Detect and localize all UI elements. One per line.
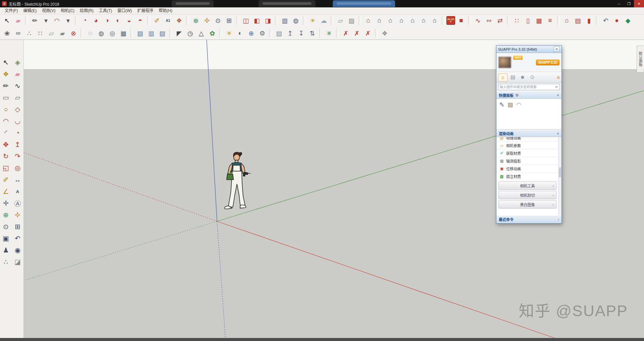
flip-left-icon[interactable]: ▱ xyxy=(46,28,56,38)
lts-look-around-tool[interactable]: ◉ xyxy=(12,245,23,255)
lts-select-tool[interactable]: ↖ xyxy=(1,57,11,68)
lts-line-tool[interactable]: ✏ xyxy=(1,80,11,91)
styles-button[interactable]: ◍ xyxy=(291,15,301,25)
lts-pan-tool[interactable]: ✜ xyxy=(12,210,23,220)
layer-swap-icon[interactable]: ⇅ xyxy=(307,28,317,38)
component-array-icon[interactable]: ∷ xyxy=(35,28,45,38)
lts-two-point-arc-tool[interactable]: ◡ xyxy=(12,116,23,126)
view-iso-button[interactable]: ⌂ xyxy=(363,15,373,25)
view-front-button[interactable]: ⌂ xyxy=(385,15,395,25)
suapp-plugins-tab[interactable]: ▤ xyxy=(508,73,517,81)
line-tool-dropdown[interactable]: ▾ xyxy=(41,15,51,25)
geo-location-icon[interactable]: ⊕ xyxy=(246,28,256,38)
paint-all-tool[interactable]: ❖ xyxy=(380,28,390,38)
shape-bender-tool[interactable]: ◎ xyxy=(107,28,117,38)
lts-eraser-tool[interactable]: ▰ xyxy=(12,69,23,79)
menu-item-8[interactable]: 帮助(H) xyxy=(156,7,175,14)
gear-icon[interactable]: ⚙ xyxy=(515,93,519,98)
lts-make-component-tool[interactable]: ◈ xyxy=(12,57,23,68)
grass-tool[interactable]: ✳ xyxy=(324,28,334,38)
menu-item-6[interactable]: 窗口(W) xyxy=(115,7,135,14)
close-button[interactable]: ✕ xyxy=(634,0,644,7)
suapp-toolbar-button[interactable]: SU APP xyxy=(446,16,455,25)
lts-zoom-window-tool[interactable]: ⊞ xyxy=(12,221,23,232)
lts-circle-tool[interactable]: ○ xyxy=(1,104,11,115)
quick-wood-plugin-icon[interactable]: ▤ xyxy=(507,101,513,108)
lts-scale-tool[interactable]: ◱ xyxy=(1,163,11,173)
lts-previous-view-tool[interactable]: ↶ xyxy=(12,233,23,244)
lts-zoom-extents-tool[interactable]: ▣ xyxy=(1,233,11,244)
menu-item-7[interactable]: 扩展程序 xyxy=(135,7,156,14)
sandbox-smoove-tool[interactable]: ▨ xyxy=(346,15,357,25)
plugin-wall-tool[interactable]: ▤ xyxy=(573,15,583,25)
view-bottom-button[interactable]: ⌂ xyxy=(430,15,440,25)
lts-offset-tool[interactable]: ◎ xyxy=(12,163,23,173)
lts-zoom-tool[interactable]: ⊙ xyxy=(1,221,11,232)
suapp-user-tab[interactable]: ☻ xyxy=(518,73,527,81)
solid-trim-tool[interactable]: ◐ xyxy=(113,15,123,25)
fog-toggle[interactable]: ☁ xyxy=(319,15,329,25)
lts-rotated-rectangle-tool[interactable]: ▱ xyxy=(12,92,23,103)
component-sketch-icon[interactable]: ❀ xyxy=(2,28,12,38)
menu-item-5[interactable]: 工具(T) xyxy=(96,7,115,14)
scrollbar-thumb[interactable] xyxy=(559,167,561,177)
axis-lock-z[interactable]: ✗ xyxy=(363,28,373,38)
axis-lock-y[interactable]: ✗ xyxy=(352,28,362,38)
lts-axes-tool[interactable]: ✛ xyxy=(1,198,11,209)
view-right-button[interactable]: ⌂ xyxy=(396,15,407,25)
plugin-door-tool[interactable]: ▯ xyxy=(523,15,533,25)
plugin-render-button[interactable]: ● xyxy=(612,15,622,25)
solid-split-tool[interactable]: ◓ xyxy=(135,15,145,25)
default-tray-tab[interactable]: 默认面板 xyxy=(637,46,644,72)
zoom-window-tool[interactable]: ⊞ xyxy=(224,15,234,25)
stop-icon[interactable]: ⊗ xyxy=(68,28,78,38)
orbit-tool[interactable]: ⊕ xyxy=(191,15,201,25)
component-pair-icon[interactable]: ∞ xyxy=(13,28,23,38)
suapp-home-tab[interactable]: ⌂ xyxy=(498,73,507,81)
plugin-roof-tool[interactable]: ⌂ xyxy=(562,15,572,25)
camera-tools-group-button[interactable]: 相机工具› xyxy=(498,181,556,190)
undo-button[interactable]: ↶ xyxy=(601,15,611,25)
lts-three-point-arc-tool[interactable]: ◜ xyxy=(1,127,11,138)
arc-tool-dropdown[interactable]: ▾ xyxy=(63,15,73,25)
plugin-export-button[interactable]: ◆ xyxy=(623,15,633,25)
bw-image-group-button[interactable]: 黑白图像› xyxy=(498,200,556,209)
sandbox-from-contours-tool[interactable]: ▱ xyxy=(335,15,345,25)
displacement-animation-item[interactable]: ◉位移动画 xyxy=(496,165,558,173)
select-tool[interactable]: ↖ xyxy=(2,15,12,25)
suapp-close-button[interactable]: ✕ xyxy=(553,46,560,52)
lts-dimension-tool[interactable]: ↔ xyxy=(12,174,23,185)
lts-text-tool[interactable]: A xyxy=(12,186,23,197)
lts-walk-tool[interactable]: ∴ xyxy=(1,257,11,267)
shadow-toggle[interactable]: ☀ xyxy=(308,15,318,25)
lts-push-pull-tool[interactable]: ↥ xyxy=(12,139,23,150)
menu-item-1[interactable]: 编辑(E) xyxy=(20,7,39,14)
solid-subtract-tool[interactable]: ◑ xyxy=(102,15,112,25)
pan-tool[interactable]: ✜ xyxy=(202,15,212,25)
quick-pipe-plugin-icon[interactable]: ◠ xyxy=(516,101,521,108)
scene-manager-button[interactable]: ▥ xyxy=(280,15,290,25)
axon-projection-item[interactable]: ▦轴测投影 xyxy=(496,157,558,165)
plugin-stairs-tool[interactable]: ≡ xyxy=(545,15,555,25)
paint-bucket-tool[interactable]: ❖ xyxy=(174,15,184,25)
triangle-tool[interactable]: △ xyxy=(196,28,206,38)
section-plane-tool[interactable]: ◫ xyxy=(241,15,251,25)
suapp-search-tab[interactable]: ⊙ xyxy=(528,73,537,81)
zoom-tool[interactable]: ⊙ xyxy=(213,15,223,25)
physics-animation-item[interactable]: ▤物理动画 xyxy=(496,137,558,142)
chevron-right-icon[interactable]: › xyxy=(558,218,559,221)
minimize-button[interactable]: – xyxy=(614,0,624,7)
layer-pane-icon[interactable]: ▤ xyxy=(274,28,284,38)
suapp-library-button[interactable]: ■ xyxy=(456,15,466,25)
solid-outer-shell-tool[interactable]: ◔ xyxy=(80,15,90,25)
maximize-button[interactable]: ❐ xyxy=(624,0,634,7)
arc-tool[interactable]: ◠ xyxy=(52,15,62,25)
suapp-version-button[interactable]: SUAPP 3.32 xyxy=(536,60,559,65)
plugin-column-tool[interactable]: ▮ xyxy=(584,15,594,25)
compass-icon[interactable]: ◷ xyxy=(185,28,195,38)
lts-rectangle-tool[interactable]: ▭ xyxy=(1,92,11,103)
plugin-list-scrollbar[interactable] xyxy=(558,137,561,215)
lts-freehand-tool[interactable]: ∿ xyxy=(12,80,23,91)
lts-pie-tool[interactable]: ◔ xyxy=(12,127,23,138)
quick-panel-section-header[interactable]: 快捷面板 ⚙ ∨ xyxy=(496,91,561,99)
